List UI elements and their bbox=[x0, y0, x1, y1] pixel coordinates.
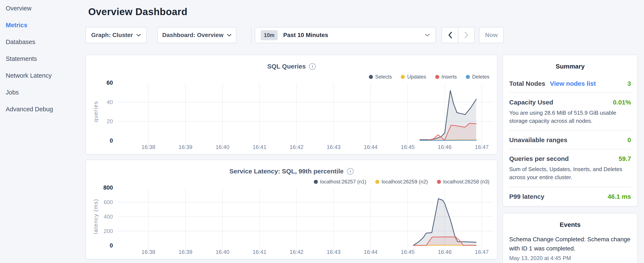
sidebar-item-overview[interactable]: Overview bbox=[0, 0, 85, 17]
summary-row-value: 46.1 ms bbox=[608, 193, 631, 200]
svg-text:800: 800 bbox=[103, 184, 113, 191]
summary-row-label: P99 latency bbox=[509, 193, 544, 200]
event-item: Schema Change Completed: Schema change w… bbox=[509, 235, 631, 261]
svg-text:16:41: 16:41 bbox=[252, 249, 266, 255]
info-icon[interactable]: i bbox=[347, 168, 354, 175]
chart-title: SQL Queries bbox=[267, 63, 306, 70]
svg-text:16:45: 16:45 bbox=[401, 144, 414, 150]
svg-text:16:46: 16:46 bbox=[438, 249, 452, 255]
svg-text:16:46: 16:46 bbox=[438, 144, 452, 150]
summary-row-value: 59.7 bbox=[619, 155, 631, 162]
svg-text:16:40: 16:40 bbox=[216, 249, 230, 255]
sidebar-item-statements[interactable]: Statements bbox=[0, 51, 85, 67]
chevron-down-icon bbox=[227, 34, 232, 37]
svg-text:16:44: 16:44 bbox=[364, 249, 378, 255]
toolbar-divider bbox=[251, 28, 252, 43]
svg-text:16:38: 16:38 bbox=[142, 249, 155, 255]
svg-text:16:45: 16:45 bbox=[401, 249, 414, 255]
summary-row-capacity-used: Capacity Used0.01%You are using 28.6 MiB… bbox=[509, 93, 631, 131]
svg-text:16:42: 16:42 bbox=[290, 144, 304, 150]
time-window-dropdown[interactable]: 10m Past 10 Minutes bbox=[255, 27, 436, 43]
summary-row-label: Queries per second bbox=[509, 155, 569, 162]
chevron-down-icon bbox=[136, 34, 141, 37]
sql-queries-chart: 16:3816:3916:4016:4116:4216:4316:4416:45… bbox=[86, 76, 497, 154]
svg-text:0: 0 bbox=[110, 137, 113, 144]
dashboard-dropdown-label: Dashboard: Overview bbox=[162, 32, 224, 39]
service-latency-chart: 16:3816:3916:4016:4116:4216:4316:4416:45… bbox=[86, 181, 497, 259]
sidebar-item-network-latency[interactable]: Network Latency bbox=[0, 67, 85, 84]
summary-panel: Summary Total NodesView nodes list3Capac… bbox=[502, 55, 638, 206]
graph-dropdown-label: Graph: Cluster bbox=[91, 32, 133, 39]
summary-row-unavailable-ranges: Unavailable ranges0 bbox=[509, 131, 631, 149]
dashboard-dropdown[interactable]: Dashboard: Overview bbox=[157, 27, 236, 43]
summary-row-queries-per-second: Queries per second59.7Sum of Selects, Up… bbox=[509, 149, 631, 187]
svg-text:16:38: 16:38 bbox=[142, 144, 155, 150]
summary-row-caption: You are using 28.6 MiB of 515.9 GiB usab… bbox=[509, 109, 631, 125]
svg-text:600: 600 bbox=[104, 199, 113, 205]
time-step-buttons bbox=[442, 27, 475, 43]
svg-text:200: 200 bbox=[104, 228, 113, 234]
info-icon[interactable]: i bbox=[309, 63, 316, 70]
chart-title: Service Latency: SQL, 99th percentile bbox=[230, 168, 344, 175]
now-button[interactable]: Now bbox=[479, 27, 504, 43]
summary-row-value: 3 bbox=[628, 80, 631, 87]
previous-time-window-button[interactable] bbox=[442, 28, 458, 43]
svg-text:16:43: 16:43 bbox=[327, 144, 340, 150]
graph-dropdown[interactable]: Graph: Cluster bbox=[86, 27, 147, 43]
page: { "sidebar": { "items": [ {"label": "Ove… bbox=[0, 0, 644, 263]
sidebar-item-advanced-debug[interactable]: Advanced Debug bbox=[0, 101, 85, 118]
sidebar-item-databases[interactable]: Databases bbox=[0, 34, 85, 51]
summary-row-value: 0 bbox=[628, 136, 631, 144]
event-timestamp: May 13, 2020 at 4:45 PM bbox=[509, 255, 631, 261]
view-nodes-list-link[interactable]: View nodes list bbox=[550, 80, 596, 87]
event-text: Schema Change Completed: Schema change w… bbox=[509, 235, 631, 253]
svg-text:0: 0 bbox=[110, 242, 113, 249]
svg-text:16:40: 16:40 bbox=[216, 144, 230, 150]
time-window-label: Past 10 Minutes bbox=[283, 32, 328, 39]
events-list: Schema Change Completed: Schema change w… bbox=[509, 235, 631, 261]
service-latency-panel: Service Latency: SQL, 99th percentile i … bbox=[86, 160, 498, 259]
summary-row-label: Capacity Used bbox=[509, 99, 553, 106]
chart-title-row: Service Latency: SQL, 99th percentile i bbox=[86, 168, 497, 175]
svg-text:16:39: 16:39 bbox=[178, 144, 192, 150]
summary-rows: Total NodesView nodes list3Capacity Used… bbox=[509, 74, 631, 205]
svg-text:16:42: 16:42 bbox=[290, 249, 304, 255]
next-time-window-button[interactable] bbox=[458, 28, 474, 43]
sql-queries-panel: SQL Queries i SelectsUpdatesInsertsDelet… bbox=[86, 55, 498, 154]
summary-row-value: 0.01% bbox=[613, 99, 631, 106]
events-title: Events bbox=[509, 221, 631, 228]
svg-text:400: 400 bbox=[104, 213, 113, 220]
svg-text:16:47: 16:47 bbox=[475, 249, 488, 255]
svg-text:16:44: 16:44 bbox=[364, 144, 378, 150]
events-panel: Events Schema Change Completed: Schema c… bbox=[502, 213, 638, 263]
chart-title-row: SQL Queries i bbox=[86, 63, 497, 70]
svg-text:40: 40 bbox=[107, 99, 113, 105]
svg-text:16:39: 16:39 bbox=[178, 249, 192, 255]
summary-row-label: Total Nodes bbox=[509, 80, 545, 87]
page-title: Overview Dashboard bbox=[88, 6, 188, 18]
summary-row-caption: Sum of Selects, Updates, Inserts, and De… bbox=[509, 165, 631, 181]
chevron-left-icon bbox=[448, 31, 453, 39]
svg-text:20: 20 bbox=[107, 118, 113, 124]
summary-title: Summary bbox=[509, 63, 631, 70]
summary-row-label: Unavailable ranges bbox=[509, 136, 567, 144]
sidebar-item-metrics[interactable]: Metrics bbox=[0, 17, 85, 34]
svg-text:16:47: 16:47 bbox=[475, 144, 488, 150]
chevron-right-icon bbox=[464, 31, 469, 39]
chevron-down-icon bbox=[425, 34, 430, 37]
time-window-badge: 10m bbox=[261, 30, 278, 40]
svg-text:60: 60 bbox=[106, 80, 113, 86]
sidebar-item-jobs[interactable]: Jobs bbox=[0, 84, 85, 101]
summary-row-total-nodes: Total NodesView nodes list3 bbox=[509, 74, 631, 93]
svg-text:16:41: 16:41 bbox=[252, 144, 266, 150]
sidebar: OverviewMetricsDatabasesStatementsNetwor… bbox=[0, 0, 85, 118]
summary-row-p99-latency: P99 latency46.1 ms bbox=[509, 187, 631, 205]
svg-text:16:43: 16:43 bbox=[327, 249, 340, 255]
